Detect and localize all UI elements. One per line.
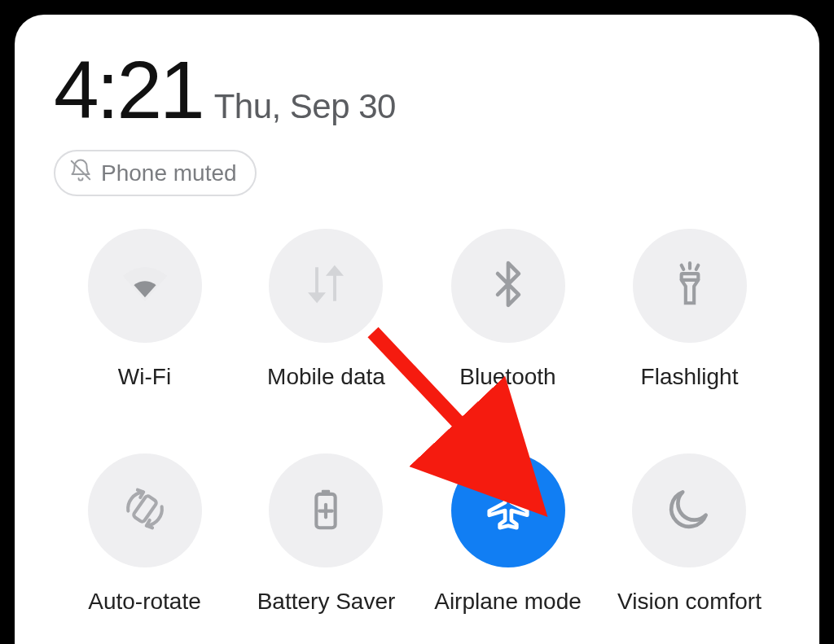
bluetooth-icon	[483, 259, 533, 313]
mobile-data-tile[interactable]: Mobile data	[267, 229, 385, 390]
wifi-icon	[120, 259, 170, 313]
auto-rotate-icon	[120, 484, 170, 537]
vision-comfort-icon-bg	[632, 453, 746, 567]
flashlight-label: Flashlight	[641, 364, 739, 390]
wifi-tile[interactable]: Wi-Fi	[88, 229, 202, 390]
quick-settings-grid: Wi-Fi Mobile data	[54, 229, 780, 615]
phone-muted-chip[interactable]: Phone muted	[54, 150, 257, 196]
moon-icon	[664, 484, 714, 537]
airplane-mode-label: Airplane mode	[434, 589, 582, 615]
battery-saver-icon-bg	[269, 453, 383, 567]
bluetooth-icon-bg	[451, 229, 565, 343]
auto-rotate-icon-bg	[88, 453, 202, 567]
bluetooth-label: Bluetooth	[459, 364, 555, 390]
svg-line-3	[696, 265, 698, 269]
airplane-mode-icon-bg	[451, 453, 565, 567]
battery-saver-icon	[301, 484, 351, 537]
svg-line-1	[681, 265, 683, 269]
bell-muted-icon	[68, 158, 93, 188]
battery-saver-label: Battery Saver	[257, 589, 396, 615]
wifi-label: Wi-Fi	[118, 364, 171, 390]
quick-settings-panel: 4:21 Thu, Sep 30 Phone muted W	[15, 15, 819, 644]
flashlight-icon	[665, 259, 715, 313]
battery-saver-tile[interactable]: Battery Saver	[257, 453, 396, 615]
svg-rect-7	[322, 490, 330, 495]
wifi-icon-bg	[88, 229, 202, 343]
flashlight-tile[interactable]: Flashlight	[633, 229, 747, 390]
svg-rect-4	[681, 274, 698, 280]
chip-label: Phone muted	[101, 160, 237, 186]
clock-time: 4:21	[54, 49, 203, 130]
vision-comfort-label: Vision comfort	[617, 589, 762, 615]
header: 4:21 Thu, Sep 30	[54, 49, 780, 130]
airplane-mode-tile[interactable]: Airplane mode	[434, 453, 582, 615]
vision-comfort-tile[interactable]: Vision comfort	[617, 453, 762, 615]
bluetooth-tile[interactable]: Bluetooth	[451, 229, 565, 390]
flashlight-icon-bg	[633, 229, 747, 343]
auto-rotate-tile[interactable]: Auto-rotate	[88, 453, 202, 615]
clock-date: Thu, Sep 30	[214, 87, 396, 126]
svg-rect-5	[132, 495, 156, 523]
auto-rotate-label: Auto-rotate	[88, 589, 201, 615]
mobile-data-icon-bg	[269, 229, 383, 343]
airplane-icon	[483, 484, 533, 537]
mobile-data-label: Mobile data	[267, 364, 385, 390]
mobile-data-icon	[301, 259, 351, 313]
